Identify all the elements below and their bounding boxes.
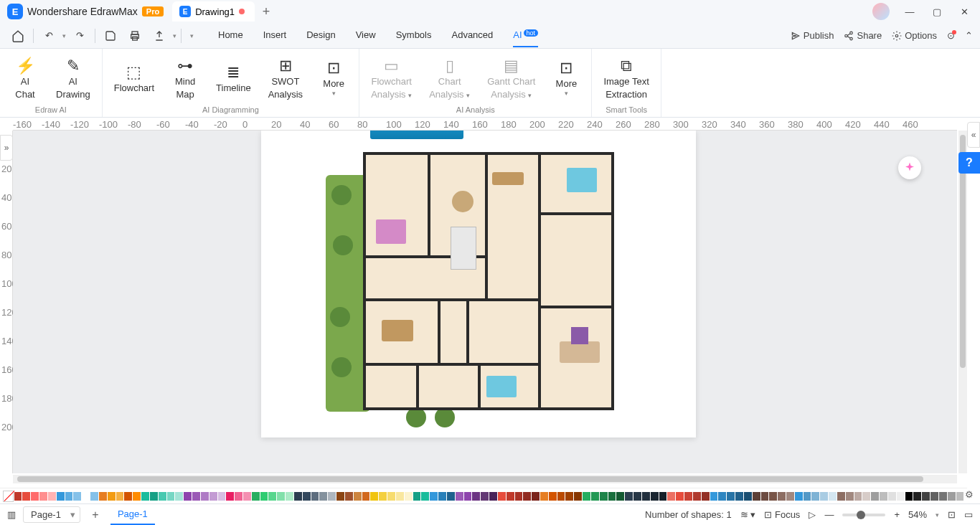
color-swatch[interactable]	[48, 492, 56, 501]
color-swatch[interactable]	[379, 492, 387, 501]
timeline-button[interactable]: ≣Timeline	[212, 61, 255, 97]
user-avatar[interactable]	[872, 3, 890, 20]
color-swatch[interactable]	[430, 492, 438, 501]
color-swatch[interactable]	[226, 492, 234, 501]
options-button[interactable]: Options	[892, 30, 937, 41]
color-swatch[interactable]	[854, 492, 862, 501]
right-panel-toggle[interactable]: «	[967, 122, 980, 148]
color-swatch[interactable]	[600, 492, 608, 501]
color-swatch[interactable]	[438, 492, 446, 501]
color-swatch[interactable]	[405, 492, 413, 501]
vertical-scrollbar[interactable]	[958, 131, 967, 473]
color-swatch[interactable]	[370, 492, 378, 501]
page-tab[interactable]: Page-1	[110, 504, 155, 525]
color-swatch[interactable]	[625, 492, 633, 501]
color-swatch[interactable]	[260, 492, 268, 501]
layout-mode-button[interactable]: ▥	[7, 509, 16, 520]
color-swatch[interactable]	[616, 492, 624, 501]
color-swatch[interactable]	[294, 492, 302, 501]
color-swatch[interactable]	[532, 492, 540, 501]
color-swatch[interactable]	[311, 492, 319, 501]
color-swatch[interactable]	[515, 492, 523, 501]
redo-button[interactable]: ↷	[69, 25, 90, 47]
color-swatch[interactable]	[362, 492, 370, 501]
color-swatch[interactable]	[456, 492, 463, 501]
image-text-extraction-button[interactable]: ⧉Image TextExtraction	[599, 55, 653, 103]
color-swatch[interactable]	[846, 492, 854, 501]
color-swatch[interactable]	[667, 492, 675, 501]
color-swatch[interactable]	[150, 492, 158, 501]
ai-chat-button[interactable]: ⚡AIChat	[7, 55, 43, 103]
flowchart-analysis-button[interactable]: ▭FlowchartAnalysis ▾	[367, 55, 416, 103]
color-swatch[interactable]	[769, 492, 777, 501]
color-swatch[interactable]	[583, 492, 590, 501]
add-page-button[interactable]: +	[88, 507, 103, 523]
color-swatch[interactable]	[447, 492, 455, 501]
color-swatch[interactable]	[498, 492, 506, 501]
color-swatch[interactable]	[354, 492, 362, 501]
color-swatch[interactable]	[744, 492, 752, 501]
color-swatch[interactable]	[387, 492, 395, 501]
flowchart-button[interactable]: ⬚Flowchart	[110, 61, 159, 97]
color-swatch[interactable]	[608, 492, 616, 501]
color-swatch[interactable]	[99, 492, 107, 501]
drawing-page[interactable]	[261, 131, 696, 438]
color-swatch[interactable]	[167, 492, 175, 501]
share-button[interactable]: Share	[844, 30, 882, 41]
layers-button[interactable]: ≋ ▾	[740, 509, 756, 520]
color-swatch[interactable]	[633, 492, 641, 501]
color-swatch[interactable]	[540, 492, 548, 501]
presentation-button[interactable]: ▷	[809, 509, 816, 520]
more-analysis-button[interactable]: ⊡More▾	[548, 57, 584, 100]
menu-symbols[interactable]: Symbols	[396, 24, 432, 47]
menu-insert[interactable]: Insert	[263, 24, 287, 47]
color-swatch[interactable]	[905, 492, 913, 501]
color-swatch[interactable]	[702, 492, 710, 501]
color-swatch[interactable]	[133, 492, 141, 501]
color-swatch[interactable]	[108, 492, 116, 501]
zoom-out-button[interactable]: —	[824, 509, 834, 520]
color-swatch[interactable]	[345, 492, 353, 501]
page-selector[interactable]: Page-1	[23, 506, 80, 523]
color-swatch[interactable]	[897, 492, 905, 501]
publish-button[interactable]: Publish	[791, 30, 834, 41]
color-swatch[interactable]	[336, 492, 344, 501]
color-swatch[interactable]	[880, 492, 887, 501]
color-swatch[interactable]	[235, 492, 242, 501]
color-swatch[interactable]	[464, 492, 472, 501]
color-swatch[interactable]	[591, 492, 599, 501]
color-swatch[interactable]	[14, 492, 22, 501]
color-swatch[interactable]	[718, 492, 726, 501]
gantt-analysis-button[interactable]: ▤Gantt ChartAnalysis ▾	[483, 55, 540, 103]
maximize-button[interactable]: ▢	[924, 1, 950, 22]
color-swatch[interactable]	[472, 492, 480, 501]
add-tab-button[interactable]: +	[258, 3, 275, 20]
canvas[interactable]	[13, 131, 957, 473]
color-swatch[interactable]	[243, 492, 251, 501]
color-swatch[interactable]	[396, 492, 404, 501]
color-swatch[interactable]	[820, 492, 828, 501]
color-swatch[interactable]	[778, 492, 786, 501]
color-swatch[interactable]	[795, 492, 803, 501]
menu-ai[interactable]: AIhot	[513, 24, 538, 47]
color-swatch[interactable]	[549, 492, 557, 501]
swot-button[interactable]: ⊞SWOTAnalysis	[264, 55, 307, 103]
color-swatch[interactable]	[277, 492, 285, 501]
color-swatch[interactable]	[90, 492, 98, 501]
color-swatch[interactable]	[303, 492, 311, 501]
color-swatch[interactable]	[837, 492, 845, 501]
color-swatch[interactable]	[565, 492, 573, 501]
settings-gear-button[interactable]: ⚙	[961, 486, 977, 502]
horizontal-scrollbar[interactable]	[13, 475, 957, 483]
save-button[interactable]	[100, 25, 121, 47]
chart-analysis-button[interactable]: ▯ChartAnalysis ▾	[425, 55, 474, 103]
color-swatch[interactable]	[421, 492, 429, 501]
minimize-button[interactable]: —	[897, 1, 923, 22]
color-swatch[interactable]	[209, 492, 217, 501]
print-button[interactable]	[124, 25, 146, 47]
color-swatch[interactable]	[676, 492, 684, 501]
color-swatch[interactable]	[39, 492, 47, 501]
color-swatch[interactable]	[871, 492, 879, 501]
color-swatch[interactable]	[319, 492, 327, 501]
zoom-in-button[interactable]: +	[894, 509, 900, 520]
